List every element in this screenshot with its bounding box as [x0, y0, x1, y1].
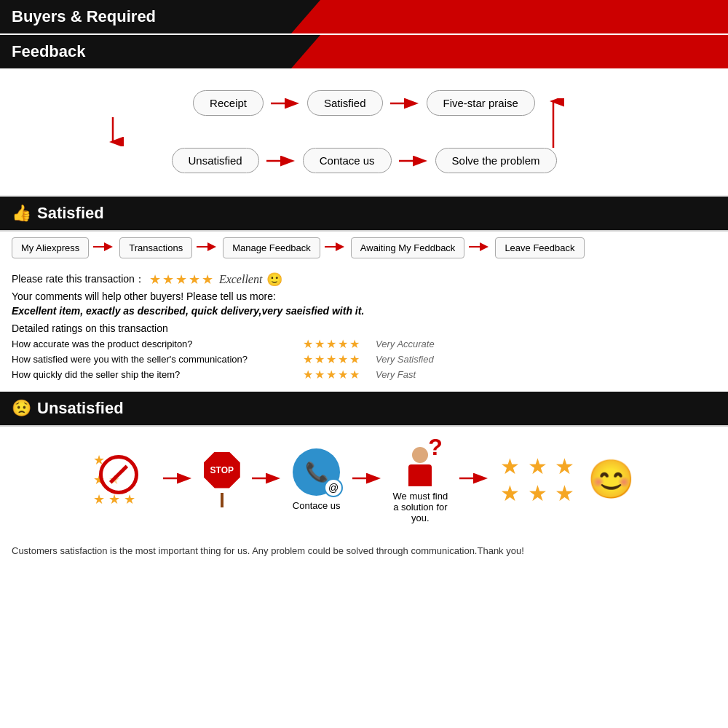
- unsat-contact-label: Contace us: [293, 500, 341, 511]
- buyers-required-title: Buyers & Required: [12, 7, 156, 26]
- unsat-no-entry-stars: ★★ ★★ ★ ★: [93, 451, 151, 509]
- smiley-face: 😊: [587, 457, 635, 502]
- rating-stars: ★★★★★: [149, 272, 215, 288]
- unsat-contact-item: 📞 @ Contace us: [293, 448, 341, 511]
- flow-arrow-2: [390, 96, 419, 111]
- q2-stars: ★★★★★: [303, 352, 376, 366]
- flow-box-satisfied: Satisfied: [307, 90, 383, 116]
- flow-arrow-4: [399, 154, 428, 168]
- q3-stars: ★★★★★: [303, 368, 376, 381]
- q3-label: Very Fast: [376, 369, 416, 380]
- unsat-arrow-3: [352, 468, 381, 491]
- nav-item-awaiting[interactable]: Awaiting My Feddback: [351, 237, 465, 258]
- detailed-ratings: Detailed ratings on this transaction How…: [12, 323, 716, 381]
- q1-stars: ★★★★★: [303, 337, 376, 351]
- flow-arrow-3: [266, 154, 296, 168]
- unsatisfied-header: 😟 Unsatisfied: [0, 392, 728, 426]
- nav-item-transactions[interactable]: Transactions: [119, 237, 192, 258]
- feedback-title: Feedback: [12, 42, 86, 61]
- unsat-arrow-4: [459, 468, 488, 491]
- flow-box-unsatisfied: Unsatisfied: [172, 148, 259, 173]
- footer-note: Customers satisfaction is the most impor…: [0, 538, 728, 565]
- satisfied-header: 👍 Satisfied: [0, 197, 728, 231]
- flow-box-fivestar: Five-star praise: [427, 90, 535, 116]
- flow-arrow-1: [271, 96, 300, 111]
- unsat-arrow-2: [252, 468, 281, 491]
- comment-text: Excellent item, exactly as described, qu…: [12, 305, 716, 317]
- q1-text: How accurate was the product descripiton…: [12, 339, 303, 349]
- flow-box-receipt: Receipt: [193, 90, 264, 116]
- nav-item-leave-feedback[interactable]: Leave Feedback: [495, 237, 584, 258]
- nav-arrow-4: [469, 240, 491, 256]
- satisfied-title: Satisfied: [37, 204, 104, 223]
- flow-box-solve: Solve the problem: [435, 148, 557, 173]
- nav-item-manage-feedback[interactable]: Manage Feedback: [223, 237, 320, 258]
- unsat-solution-label: We must find a solution for you.: [393, 491, 448, 523]
- nav-flow: My Aliexpress Transactions Manage Feedba…: [0, 233, 728, 266]
- nav-item-aliexpress[interactable]: My Aliexpress: [12, 237, 89, 258]
- rating-section: Please rate this transaction： ★★★★★ Exce…: [0, 266, 728, 389]
- unsat-question-item: ? We must find a solution for you.: [393, 435, 448, 523]
- flow-box-contactus: Contace us: [303, 148, 392, 173]
- comment-prompt: Your comments will help other buyers! Pl…: [12, 290, 716, 302]
- feedback-header: Feedback: [0, 35, 728, 68]
- rating-label: Excellent: [219, 273, 263, 286]
- rating-prompt: Please rate this transaction：: [12, 273, 145, 286]
- q1-label: Very Accurate: [376, 339, 435, 349]
- q2-label: Very Satisfied: [376, 354, 434, 365]
- nav-arrow-2: [197, 240, 218, 256]
- unsat-stars-smiley: ★ ★ ★ ★ ★ ★ 😊: [500, 454, 635, 506]
- buyers-required-header: Buyers & Required: [0, 0, 728, 33]
- nav-arrow-1: [93, 240, 115, 256]
- nav-arrow-3: [325, 240, 347, 256]
- q2-text: How satisfied were you with the seller's…: [12, 354, 303, 365]
- q3-text: How quickly did the seller ship the item…: [12, 369, 303, 380]
- unsatisfied-title: Unsatisfied: [37, 399, 124, 418]
- unsat-stop-sign: STOP: [204, 452, 240, 507]
- feedback-flow-section: Receipt Satisfied Five-star praise Unsat…: [0, 68, 728, 197]
- unsat-arrow-1: [163, 468, 192, 491]
- unsatisfied-flow: ★★ ★★ ★ ★ STOP 📞 @ Contace us: [0, 428, 728, 531]
- rating-smiley: 🙂: [266, 272, 282, 288]
